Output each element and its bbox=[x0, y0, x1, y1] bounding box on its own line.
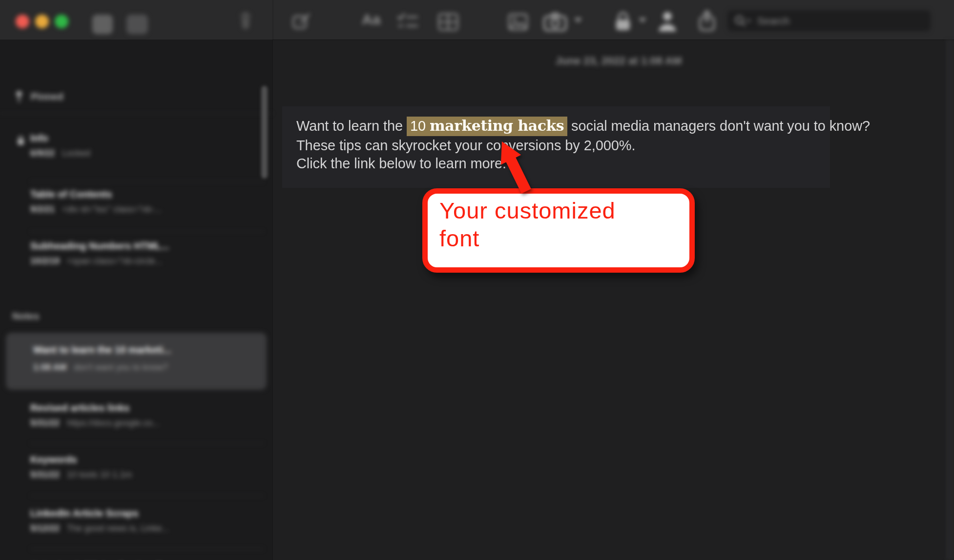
list-item[interactable]: Info 6/9/22 Locked bbox=[30, 133, 90, 159]
list-item[interactable]: LinkedIn Article Scraps 5/12/22 The good… bbox=[30, 508, 169, 534]
lock-icon bbox=[17, 135, 25, 146]
photo-icon[interactable] bbox=[508, 13, 528, 31]
table-icon[interactable] bbox=[437, 13, 459, 31]
minimize-window-button[interactable] bbox=[35, 15, 49, 28]
callout-text: Your customized font bbox=[439, 197, 616, 252]
checklist-icon[interactable] bbox=[396, 13, 419, 30]
note-line-2: These tips can skyrocket your conversion… bbox=[296, 138, 635, 154]
notes-window: Aa bbox=[0, 0, 954, 560]
sidebar: Pinned Info 6/9/22 Locked Table of bbox=[0, 40, 273, 560]
note-line-3: Click the link below to learn more. bbox=[296, 156, 506, 172]
lock-icon[interactable] bbox=[613, 11, 633, 32]
pin-icon bbox=[15, 90, 23, 103]
divider bbox=[0, 113, 272, 114]
note-scrollbar[interactable] bbox=[946, 40, 954, 560]
note-text: Want to learn the bbox=[296, 118, 407, 134]
trash-icon[interactable] bbox=[238, 12, 253, 29]
format-text-icon[interactable]: Aa bbox=[362, 11, 380, 28]
annotation-callout: Your customized font bbox=[422, 188, 695, 273]
collaborate-icon[interactable] bbox=[655, 10, 680, 32]
blackletter-text: marketing hacks bbox=[430, 117, 564, 134]
note-text: social media managers don't want you to … bbox=[567, 118, 870, 134]
note-editor[interactable]: June 23, 2022 at 1:08 AM Want to learn t… bbox=[273, 40, 954, 560]
note-body[interactable]: Want to learn the 10 marketing hacks soc… bbox=[282, 106, 830, 188]
divider bbox=[30, 549, 264, 549]
chevron-down-icon[interactable] bbox=[574, 18, 582, 22]
search-icon bbox=[734, 14, 750, 28]
divider bbox=[30, 443, 264, 443]
toolbar-divider bbox=[272, 0, 273, 40]
divider bbox=[30, 231, 264, 232]
list-item[interactable]: Table of Contents 9/2/21 <div id="toc" c… bbox=[30, 189, 162, 215]
sidebar-scrollbar[interactable] bbox=[261, 86, 268, 179]
list-item[interactable]: Keywords 5/31/22 10 tools 10 1.1m bbox=[30, 454, 132, 480]
chevron-down-icon[interactable] bbox=[639, 18, 646, 22]
search-input[interactable]: Search bbox=[727, 10, 931, 31]
toolbar: Aa bbox=[0, 0, 954, 40]
pinned-section-header: Pinned bbox=[15, 90, 63, 103]
note-timestamp: June 23, 2022 at 1:08 AM bbox=[282, 55, 954, 67]
camera-icon[interactable] bbox=[543, 12, 567, 32]
list-item[interactable]: Subheading Numbers HTML... 10/2/19 <span… bbox=[30, 240, 169, 266]
list-item-selected[interactable]: Want to learn the 10 marketi... 1:08 AM … bbox=[6, 333, 267, 390]
list-item[interactable]: Revised articles links 5/31/22 https://d… bbox=[30, 402, 160, 428]
search-placeholder: Search bbox=[757, 15, 790, 27]
note-line-1: Want to learn the 10 marketing hacks soc… bbox=[296, 117, 870, 134]
divider bbox=[30, 496, 264, 496]
notes-section-header: Notes bbox=[12, 311, 40, 322]
highlighted-text: 10 marketing hacks bbox=[407, 117, 567, 136]
share-icon[interactable] bbox=[697, 10, 717, 32]
divider bbox=[30, 181, 264, 182]
close-window-button[interactable] bbox=[16, 15, 29, 28]
new-note-icon[interactable] bbox=[291, 12, 313, 31]
zoom-window-button[interactable] bbox=[55, 15, 68, 28]
list-view-icon[interactable] bbox=[92, 15, 113, 34]
gallery-view-icon[interactable] bbox=[126, 15, 148, 34]
